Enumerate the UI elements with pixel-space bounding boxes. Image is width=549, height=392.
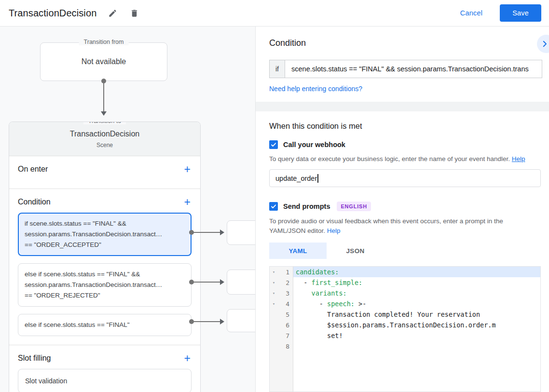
transition-from-box[interactable]: Transition from Not available (40, 42, 167, 81)
code-line: $session.params.TransactionDecision.orde… (293, 320, 540, 330)
condition-text: == "ORDER_REJECTED" (25, 290, 185, 301)
line-number: 7 (278, 332, 293, 339)
line-number: 5 (278, 311, 293, 318)
connector-line (103, 81, 104, 111)
webhook-help-link[interactable]: Help (512, 155, 525, 162)
delete-scene-button[interactable] (129, 8, 140, 19)
yaml-editor[interactable]: ▾1 ▾2 ▾3 ▾4 5 6 7 8 candidates: - first_… (269, 266, 541, 392)
transition-target-box[interactable] (227, 220, 256, 245)
panel-title: Condition (269, 38, 542, 48)
prompts-help-link[interactable]: Help (327, 227, 341, 234)
fold-toggle-icon[interactable]: ▾ (270, 280, 278, 285)
when-met-section: When this condition is met Call your web… (256, 111, 549, 392)
conditions-help-link[interactable]: Need help entering conditions? (269, 85, 362, 93)
edit-title-button[interactable] (107, 8, 118, 19)
add-condition-button[interactable]: + (183, 197, 192, 207)
save-button[interactable]: Save (500, 4, 541, 22)
arrow-down-icon (101, 111, 107, 116)
transition-from-legend: Transition from (79, 39, 129, 45)
condition-card-accepted[interactable]: if scene.slots.status == "FINAL" && sess… (18, 213, 192, 256)
transition-to-legend: Transition to (83, 122, 126, 124)
webhook-description-text: To query data or execute your business l… (269, 155, 510, 162)
fold-toggle-icon[interactable]: ▾ (270, 291, 278, 296)
webhook-description: To query data or execute your business l… (269, 154, 539, 164)
send-prompts-label: Send prompts (283, 203, 330, 210)
condition-text: else if scene.slots.status == "FINAL" && (25, 269, 185, 280)
call-webhook-label: Call your webhook (283, 141, 345, 149)
trash-icon (130, 9, 139, 18)
line-number: 8 (278, 343, 293, 350)
pencil-icon (108, 9, 117, 18)
code-line: set! (293, 330, 540, 341)
code-line: variants: (293, 288, 540, 298)
topbar: TransactionDecision Cancel Save (0, 0, 549, 27)
arrow-right-icon (220, 279, 224, 285)
code-line: candidates: (293, 267, 540, 277)
condition-expression-input[interactable]: scene.slots.status == "FINAL" && session… (285, 60, 542, 78)
connector-line (192, 321, 220, 322)
editor-tabs: YAML JSON (269, 243, 541, 259)
condition-section: Condition + if scene.slots.status == "FI… (9, 189, 200, 345)
tab-json[interactable]: JSON (327, 243, 384, 259)
prompts-description-text: To provide audio or visual feedback when… (269, 217, 503, 234)
line-number: 1 (278, 269, 293, 276)
transition-target-box[interactable] (227, 309, 256, 332)
on-enter-section: On enter + (9, 156, 200, 189)
code-line: - first_simple: (293, 277, 540, 288)
chevron-right-icon (540, 40, 549, 48)
page-title: TransactionDecision (9, 8, 96, 19)
if-prefix: if (270, 60, 285, 78)
fold-toggle-icon[interactable]: ▾ (270, 270, 278, 274)
slot-filling-section: Slot filling + Slot validation (9, 345, 200, 392)
condition-text: == "ORDER_ACCEPTED" (25, 240, 185, 250)
line-number: 3 (278, 290, 293, 297)
section-divider-band (256, 102, 549, 111)
call-webhook-checkbox[interactable] (269, 140, 278, 149)
line-number: 6 (278, 322, 293, 329)
condition-text: else if scene.slots.status == "FINAL" (25, 320, 185, 330)
scene-diagram: Transition from Not available Transition… (0, 27, 256, 392)
webhook-handler-input[interactable]: update_order (269, 169, 541, 187)
condition-text: if scene.slots.status == "FINAL" && (25, 218, 185, 229)
cancel-button[interactable]: Cancel (460, 9, 482, 17)
language-badge: ENGLISH (337, 202, 371, 211)
tab-yaml[interactable]: YAML (269, 243, 327, 259)
check-icon (270, 203, 277, 210)
on-enter-label: On enter (18, 165, 48, 174)
code-line: Transaction completed! Your reservation (293, 309, 540, 320)
code-line (293, 341, 540, 351)
transition-target-box[interactable] (227, 270, 256, 295)
webhook-handler-value: update_order (275, 175, 317, 182)
collapse-panel-button[interactable] (537, 35, 549, 53)
line-number: 2 (278, 279, 293, 286)
slot-validation-card[interactable]: Slot validation (18, 369, 192, 392)
arrow-right-icon (220, 319, 224, 324)
transition-to-box: Transition to TransactionDecision Scene … (9, 122, 201, 392)
connector-line (192, 232, 220, 233)
send-prompts-checkbox[interactable] (269, 202, 278, 211)
condition-text: session.params.TransactionDecision.trans… (25, 280, 185, 290)
fold-toggle-icon[interactable]: ▾ (270, 301, 278, 306)
condition-header-section: Condition if scene.slots.status == "FINA… (256, 27, 549, 102)
transition-from-value: Not available (41, 43, 167, 81)
slot-filling-label: Slot filling (18, 354, 51, 363)
scene-type-label: Scene (9, 142, 200, 149)
arrow-right-icon (220, 230, 224, 235)
scene-name: TransactionDecision (9, 130, 200, 138)
text-cursor (317, 174, 318, 183)
check-icon (270, 141, 277, 148)
condition-card-final[interactable]: else if scene.slots.status == "FINAL" (18, 314, 192, 336)
condition-section-label: Condition (18, 198, 51, 206)
condition-text: session.params.TransactionDecision.trans… (25, 229, 185, 240)
add-on-enter-button[interactable]: + (183, 164, 192, 174)
condition-editor-panel: Condition if scene.slots.status == "FINA… (256, 27, 549, 392)
scene-header[interactable]: TransactionDecision Scene (9, 122, 200, 156)
condition-card-rejected[interactable]: else if scene.slots.status == "FINAL" &&… (18, 263, 192, 307)
condition-expression-row: if scene.slots.status == "FINAL" && sess… (269, 60, 542, 78)
when-met-title: When this condition is met (269, 122, 541, 131)
line-number: 4 (278, 300, 293, 308)
code-line: - speech: >- (293, 298, 540, 309)
editor-code-area[interactable]: candidates: - first_simple: variants: - … (293, 267, 540, 392)
add-slot-button[interactable]: + (183, 353, 192, 363)
prompts-description: To provide audio or visual feedback when… (269, 216, 539, 236)
